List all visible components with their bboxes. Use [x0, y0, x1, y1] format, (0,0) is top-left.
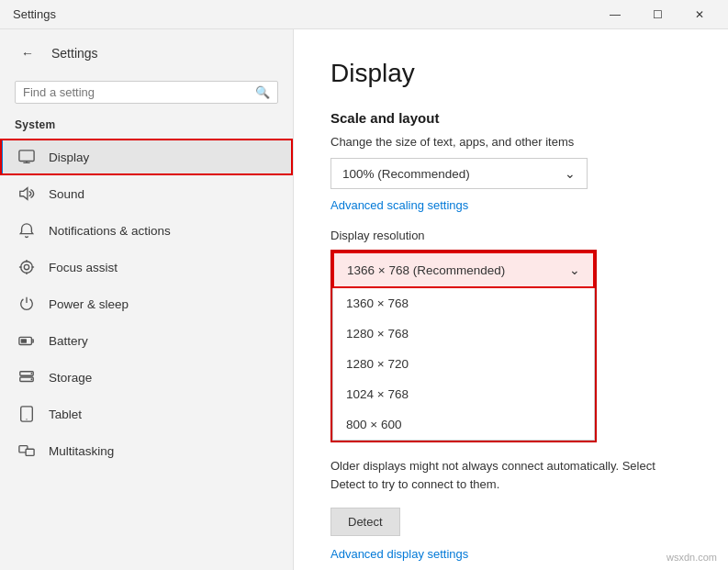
title-bar-controls: — ☐ ✕ [594, 0, 721, 29]
svg-rect-9 [21, 339, 27, 343]
advanced-scaling-link[interactable]: Advanced scaling settings [330, 198, 468, 212]
svg-point-3 [24, 264, 28, 269]
sidebar-section-label: System [0, 115, 293, 139]
resolution-dropdown-list: 1360 × 768 1280 × 768 1280 × 720 1024 × … [332, 288, 595, 441]
sidebar-item-power[interactable]: Power & sleep [0, 285, 293, 322]
maximize-button[interactable]: ☐ [636, 0, 678, 29]
detect-button[interactable]: Detect [330, 508, 400, 536]
minimize-button[interactable]: — [594, 0, 636, 29]
sidebar-app-title: Settings [51, 46, 98, 61]
sidebar-item-multitasking[interactable]: Multitasking [0, 432, 293, 469]
content-area: Display Scale and layout Change the size… [294, 29, 728, 570]
resolution-selected-label: 1366 × 768 (Recommended) [347, 263, 505, 277]
resolution-selected[interactable]: 1366 × 768 (Recommended) ⌄ [332, 251, 595, 288]
close-button[interactable]: ✕ [678, 0, 721, 29]
resolution-label: Display resolution [330, 229, 691, 242]
sidebar-nav-header: ← Settings [0, 29, 293, 77]
notifications-icon [17, 221, 36, 240]
resolution-option-1280-720[interactable]: 1280 × 720 [333, 349, 594, 379]
search-input[interactable] [23, 85, 250, 99]
search-icon[interactable]: 🔍 [255, 85, 270, 99]
resolution-dropdown-container: 1366 × 768 (Recommended) ⌄ 1360 × 768 12… [330, 250, 597, 442]
sidebar-item-sound-label: Sound [49, 187, 278, 201]
svg-point-13 [31, 378, 33, 380]
sidebar-item-battery-label: Battery [49, 334, 278, 348]
svg-marker-1 [20, 188, 28, 200]
back-button[interactable]: ← [15, 40, 40, 66]
resolution-option-800[interactable]: 800 × 600 [333, 409, 594, 440]
section-layout-title: Scale and layout [330, 110, 691, 126]
scale-dropdown[interactable]: 100% (Recommended) ⌄ [330, 158, 588, 189]
sidebar-item-notifications-label: Notifications & actions [49, 224, 278, 238]
sidebar: ← Settings 🔍 System Display [0, 29, 294, 570]
svg-point-15 [26, 419, 27, 419]
scale-chevron-icon: ⌄ [565, 166, 576, 181]
battery-icon [17, 331, 36, 350]
title-bar: Settings — ☐ ✕ [0, 0, 728, 29]
sidebar-item-display[interactable]: Display [0, 139, 293, 175]
app-body: ← Settings 🔍 System Display [0, 29, 728, 570]
resolution-option-1024[interactable]: 1024 × 768 [333, 379, 594, 409]
sidebar-item-multitasking-label: Multitasking [49, 444, 278, 458]
sidebar-item-focus-label: Focus assist [49, 261, 278, 274]
storage-icon [17, 368, 36, 386]
resolution-chevron-icon: ⌄ [569, 263, 580, 277]
display-icon [17, 148, 36, 166]
sidebar-item-notifications[interactable]: Notifications & actions [0, 212, 293, 249]
detect-info: Older displays might not always connect … [330, 457, 691, 493]
sidebar-item-tablet-label: Tablet [49, 408, 278, 421]
focus-icon [17, 258, 36, 276]
power-icon [17, 295, 36, 313]
advanced-display-link[interactable]: Advanced display settings [330, 547, 468, 561]
svg-rect-17 [26, 449, 34, 455]
svg-point-12 [31, 373, 33, 374]
sidebar-item-storage-label: Storage [49, 371, 278, 385]
sidebar-item-storage[interactable]: Storage [0, 359, 293, 396]
svg-rect-0 [19, 151, 34, 162]
svg-point-2 [21, 262, 33, 274]
page-title: Display [330, 59, 691, 88]
scale-label: Change the size of text, apps, and other… [330, 135, 691, 149]
resolution-option-1280-768[interactable]: 1280 × 768 [333, 319, 594, 349]
sidebar-item-tablet[interactable]: Tablet [0, 396, 293, 432]
sidebar-item-battery[interactable]: Battery [0, 322, 293, 359]
tablet-icon [17, 405, 36, 423]
sidebar-item-display-label: Display [49, 151, 278, 164]
sidebar-item-power-label: Power & sleep [49, 297, 278, 311]
resolution-option-1360[interactable]: 1360 × 768 [333, 288, 594, 319]
sidebar-item-sound[interactable]: Sound [0, 175, 293, 212]
search-box: 🔍 [15, 81, 278, 104]
watermark: wsxdn.com [666, 552, 717, 563]
title-bar-left: Settings [7, 7, 56, 21]
sidebar-item-focus[interactable]: Focus assist [0, 249, 293, 285]
scale-value: 100% (Recommended) [342, 167, 470, 181]
multitasking-icon [17, 441, 36, 460]
title-bar-title: Settings [7, 7, 56, 21]
sound-icon [17, 184, 36, 203]
